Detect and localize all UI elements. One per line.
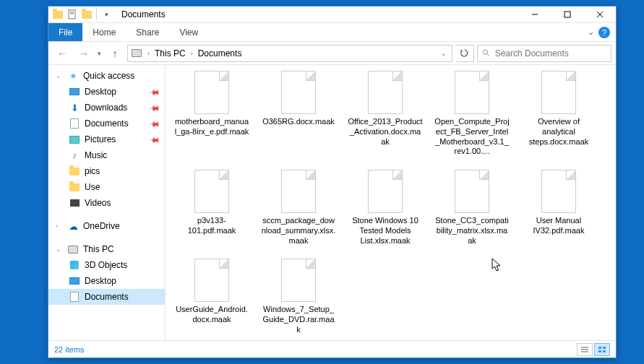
sidebar-item-music[interactable]: ♪Music	[48, 147, 165, 163]
3d-icon	[69, 259, 80, 271]
file-label: motherboard_manual_ga-8irx_e.pdf.maak	[174, 117, 249, 137]
nav-group-onedrive: › ☁ OneDrive	[48, 218, 165, 234]
file-item[interactable]: UserGuide_Android.docx.maak	[173, 256, 251, 337]
sidebar-item-label: 3D Objects	[85, 260, 127, 270]
address-bar[interactable]: › This PC › Documents ⌄	[127, 45, 452, 62]
svg-point-7	[483, 50, 487, 54]
sidebar-item-pics[interactable]: pics	[48, 163, 165, 179]
thispc-icon	[131, 48, 142, 59]
details-view-button[interactable]	[577, 343, 593, 356]
chevron-right-icon[interactable]: ›	[145, 50, 152, 57]
sidebar-item-use[interactable]: Use	[48, 179, 165, 195]
file-label: User Manual IV32.pdf.maak	[521, 216, 596, 236]
statusbar: 22 items	[48, 340, 616, 358]
nav-header-onedrive[interactable]: › ☁ OneDrive	[48, 218, 165, 234]
tab-view[interactable]: View	[169, 23, 208, 41]
folder-icon	[69, 165, 80, 177]
sidebar-item-videos[interactable]: Videos	[48, 195, 165, 211]
sidebar-item-desktop[interactable]: Desktop	[48, 273, 165, 289]
ribbon-expand-icon[interactable]: ⌄	[588, 27, 594, 37]
search-box[interactable]	[477, 45, 611, 62]
history-dropdown-icon[interactable]: ▾	[96, 50, 103, 57]
file-item[interactable]: Windows_7_Setup_Guide_DVD.rar.maak	[259, 256, 338, 337]
file-item[interactable]: p3v133-101.pdf.maak	[173, 167, 251, 248]
properties-icon[interactable]	[66, 8, 79, 21]
file-icon	[455, 170, 489, 213]
chevron-down-icon: ⌄	[56, 246, 63, 253]
window-controls	[518, 6, 616, 22]
nav-label: OneDrive	[83, 221, 120, 231]
file-icon	[541, 71, 576, 114]
file-label: Stone_CC3_compatibility_matrix.xlsx.maak	[434, 216, 510, 246]
explorer-window: ▾ Documents File Home Share View ⌄ ? ← →…	[48, 6, 617, 358]
svg-rect-14	[598, 350, 601, 352]
file-label: Open_Compute_Project_FB_Server_Intel_Mot…	[434, 117, 510, 157]
file-item[interactable]: motherboard_manual_ga-8irx_e.pdf.maak	[173, 68, 251, 160]
sidebar-item-desktop[interactable]: Desktop📌	[48, 84, 165, 100]
item-count: 22 items	[54, 345, 85, 354]
nav-group-this-pc: ⌄ This PC 3D ObjectsDesktopDocuments	[48, 241, 165, 305]
sidebar-item-pictures[interactable]: Pictures📌	[48, 131, 165, 147]
sidebar-item-downloads[interactable]: ⬇Downloads📌	[48, 100, 165, 116]
new-folder-icon[interactable]	[80, 8, 93, 21]
sidebar-item-label: Documents	[85, 292, 129, 302]
sidebar-item-documents[interactable]: Documents	[48, 289, 165, 305]
file-item[interactable]: O365RG.docx.maak	[259, 68, 338, 160]
help-icon[interactable]: ?	[598, 27, 610, 38]
file-item[interactable]: Overview of analytical steps.docx.maak	[520, 68, 598, 160]
svg-rect-0	[69, 10, 75, 19]
nav-header-this-pc[interactable]: ⌄ This PC	[48, 241, 165, 257]
up-button[interactable]: ↑	[106, 44, 124, 63]
vids-icon	[69, 197, 80, 209]
refresh-button[interactable]	[455, 45, 474, 62]
back-button[interactable]: ←	[53, 44, 72, 63]
nav-header-quick-access[interactable]: ⌄ ★ Quick access	[48, 68, 165, 84]
file-icon	[194, 170, 229, 213]
tab-file[interactable]: File	[48, 23, 82, 41]
sidebar-item-label: Videos	[85, 198, 111, 208]
minimize-button[interactable]	[518, 6, 551, 22]
breadcrumb-documents[interactable]: Documents	[198, 48, 242, 58]
forward-button[interactable]: →	[74, 44, 93, 63]
sidebar-item-label: Pictures	[85, 134, 116, 144]
close-button[interactable]	[583, 6, 616, 22]
folder-app-icon	[51, 8, 64, 21]
file-list-area[interactable]: motherboard_manual_ga-8irx_e.pdf.maakO36…	[166, 65, 616, 340]
star-icon: ★	[67, 70, 79, 82]
sidebar-item-documents[interactable]: Documents📌	[48, 116, 165, 131]
folder-icon	[69, 181, 80, 193]
maximize-button[interactable]	[551, 6, 583, 22]
address-dropdown-icon[interactable]: ⌄	[439, 50, 449, 57]
file-icon	[281, 71, 316, 114]
file-item[interactable]: User Manual IV32.pdf.maak	[520, 167, 598, 248]
search-input[interactable]	[495, 48, 606, 58]
tab-home[interactable]: Home	[82, 23, 126, 41]
file-grid: motherboard_manual_ga-8irx_e.pdf.maakO36…	[168, 68, 616, 340]
file-icon	[281, 170, 316, 213]
file-icon	[455, 71, 489, 114]
file-item[interactable]: Stone Windows 10 Tested Models List.xlsx…	[346, 167, 424, 248]
sidebar-item-label: Documents	[85, 118, 129, 129]
svg-rect-13	[603, 347, 606, 349]
breadcrumb-thispc[interactable]: This PC	[155, 48, 186, 58]
file-item[interactable]: Office_2013_Product_Activation.docx.maak	[346, 68, 424, 160]
thispc-icon	[67, 243, 79, 255]
qat-divider	[96, 9, 97, 20]
tab-share[interactable]: Share	[126, 23, 169, 41]
sidebar-item-3d-objects[interactable]: 3D Objects	[48, 257, 165, 273]
docs-icon	[69, 291, 80, 303]
file-item[interactable]: Stone_CC3_compatibility_matrix.xlsx.maak	[433, 167, 511, 248]
chevron-right-icon: ›	[56, 222, 63, 230]
navigation-pane[interactable]: ⌄ ★ Quick access Desktop📌⬇Downloads📌Docu…	[48, 65, 166, 340]
nav-label: Quick access	[83, 71, 134, 81]
docs-icon	[69, 118, 80, 129]
icons-view-button[interactable]	[594, 343, 610, 356]
chevron-right-icon[interactable]: ›	[189, 50, 195, 57]
svg-line-8	[487, 54, 489, 56]
file-item[interactable]: Open_Compute_Project_FB_Server_Intel_Mot…	[433, 68, 511, 160]
nav-label: This PC	[83, 244, 114, 254]
qat-customize-icon[interactable]: ▾	[100, 8, 113, 21]
file-item[interactable]: sccm_package_download_summary.xlsx.maak	[259, 167, 338, 248]
file-icon	[194, 259, 229, 302]
svg-rect-12	[598, 347, 601, 349]
